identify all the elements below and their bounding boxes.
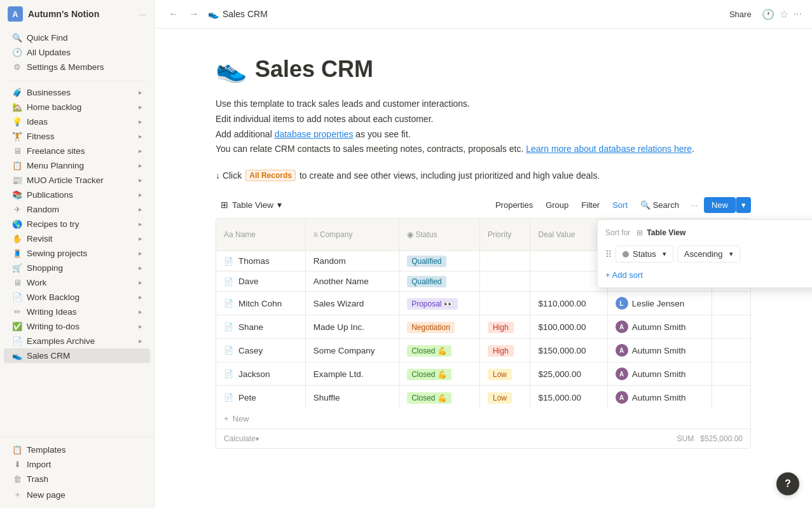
sidebar-item-random[interactable]: ✈ Random ▸ [4, 202, 150, 217]
td-name: 📄 Jackson [216, 362, 305, 386]
database-properties-link[interactable]: database properties [275, 129, 354, 139]
page-emoji-icon: 📄 [11, 292, 23, 302]
workspace-menu-icon[interactable]: ··· [139, 10, 146, 19]
database-relations-link[interactable]: Learn more about database relations here [526, 144, 692, 154]
sidebar-item-menu-planning[interactable]: 📋 Menu Planning ▸ [4, 158, 150, 173]
td-deal-value [530, 251, 607, 271]
sort-field-select[interactable]: Status ▾ [616, 245, 673, 263]
td-owner: A Autumn Smith [607, 362, 712, 386]
more-icon[interactable]: ··· [794, 8, 802, 20]
sidebar-item-label: Work [27, 278, 135, 287]
page-emoji-icon: 📰 [11, 175, 23, 185]
td-company: Random [305, 251, 399, 271]
star-icon[interactable]: ☆ [780, 8, 788, 20]
table-view-label: Table View [232, 200, 273, 210]
search-icon: 🔍 [640, 200, 650, 210]
all-records-badge[interactable]: All Records [245, 170, 296, 181]
sidebar-item-label: Businesses [27, 88, 135, 97]
db-toolbar-right: Properties Group Filter Sort 🔍 Search ··… [490, 197, 751, 213]
properties-button[interactable]: Properties [490, 197, 538, 213]
sort-popup-header: Sort for ⊞ Table View ? [605, 228, 812, 238]
filter-button[interactable]: Filter [576, 197, 605, 213]
sort-button[interactable]: Sort [607, 197, 633, 213]
sidebar-item-import[interactable]: ⬇ Import [4, 457, 150, 472]
sidebar-item-quick-find[interactable]: 🔍 Quick Find [4, 31, 150, 45]
sidebar-item-work[interactable]: 🖥 Work ▸ [4, 275, 150, 290]
chevron-right-icon: ▸ [139, 205, 142, 214]
col-priority: Priority [479, 219, 530, 251]
sidebar-item-publications[interactable]: 📚 Publications ▸ [4, 188, 150, 202]
sidebar-item-new-page[interactable]: ＋ New page [4, 486, 150, 503]
td-deal-value: $110,000.00 [530, 292, 607, 315]
table-row[interactable]: 📄 Pete Shuffle Closed 💪 Low $15,000.00 A… [216, 386, 750, 409]
workspace-header[interactable]: A Autumn's Notion ··· [0, 0, 154, 28]
sidebar-item-settings[interactable]: ⚙ Settings & Members [4, 60, 150, 74]
help-button[interactable]: ? [776, 472, 799, 495]
page-emoji-icon: 🧵 [11, 249, 23, 258]
table-view-button[interactable]: ⊞ Table View ▾ [216, 196, 287, 213]
row-name: Casey [238, 346, 263, 355]
chevron-down-icon: ▾ [663, 250, 666, 258]
add-sort-button[interactable]: + Add sort [605, 270, 643, 280]
row-name: Mitch Cohn [238, 299, 282, 308]
back-button[interactable]: ← [165, 6, 182, 22]
group-button[interactable]: Group [540, 197, 574, 213]
sidebar-item-home-backlog[interactable]: 🏡 Home backlog ▸ [4, 100, 150, 114]
td-extra [712, 386, 750, 409]
sidebar-item-all-updates[interactable]: 🕐 All Updates [4, 45, 150, 60]
td-deal-value [530, 271, 607, 292]
new-page-label: New page [27, 490, 142, 500]
sidebar-item-muo-article-tracker[interactable]: 📰 MUO Article Tracker ▸ [4, 173, 150, 188]
new-record-dropdown[interactable]: ▾ [736, 197, 751, 213]
sidebar-top-nav: 🔍 Quick Find 🕐 All Updates ⚙ Settings & … [0, 28, 154, 77]
sidebar-item-sales-crm[interactable]: 👟 Sales CRM [4, 348, 150, 363]
sidebar-item-shopping[interactable]: 🛒 Shopping ▸ [4, 261, 150, 275]
sidebar-item-businesses[interactable]: 🧳 Businesses ▸ [4, 85, 150, 100]
sidebar-item-sewing-projects[interactable]: 🧵 Sewing projects ▸ [4, 246, 150, 261]
td-company: Example Ltd. [305, 362, 399, 386]
sidebar-item-fitness[interactable]: 🏋 Fitness ▸ [4, 129, 150, 144]
sidebar-item-writing-to-dos[interactable]: ✅ Writing to-dos ▸ [4, 319, 150, 334]
more-options-button[interactable]: ··· [687, 197, 701, 213]
td-name: 📄 Pete [216, 386, 305, 409]
chevron-right-icon: ▸ [139, 147, 142, 155]
share-button[interactable]: Share [724, 7, 757, 22]
owner-cell: A Autumn Smith [616, 367, 704, 380]
sort-direction-select[interactable]: Ascending ▾ [677, 245, 740, 263]
all-updates-label: All Updates [27, 48, 142, 57]
table-row[interactable]: 📄 Casey Some Company Closed 💪 High $150,… [216, 339, 750, 362]
sum-value: $525,000.00 [700, 434, 743, 443]
sidebar-item-trash[interactable]: 🗑 Trash [4, 472, 150, 486]
row-name: Pete [238, 393, 256, 402]
sidebar-item-ideas[interactable]: 💡 Ideas ▸ [4, 114, 150, 129]
search-button[interactable]: 🔍 Search [635, 197, 684, 213]
table-row[interactable]: 📄 Mitch Cohn Sales Wizard Proposal 👀 $11… [216, 292, 750, 315]
td-name: 📄 Shane [216, 315, 305, 339]
sidebar-item-recipes-to-try[interactable]: 🌎 Recipes to try ▸ [4, 217, 150, 231]
sidebar-item-work-backlog[interactable]: 📄 Work Backlog ▸ [4, 290, 150, 305]
table-view-icon: ⊞ [221, 200, 228, 210]
sidebar-item-examples-archive[interactable]: 📄 Examples Archive ▸ [4, 334, 150, 348]
new-row-button[interactable]: + New [216, 409, 750, 429]
sidebar-item-revisit[interactable]: ✋ Revisit ▸ [4, 231, 150, 246]
table-row[interactable]: 📄 Shane Made Up Inc. Negotiation High $1… [216, 315, 750, 339]
td-name: 📄 Mitch Cohn [216, 292, 305, 315]
chevron-right-icon: ▸ [139, 103, 142, 111]
history-icon[interactable]: 🕐 [762, 8, 774, 20]
page-emoji-icon: ✏ [11, 307, 23, 317]
forward-button[interactable]: → [185, 6, 203, 22]
page-title: Sales CRM [255, 56, 373, 83]
new-record-button[interactable]: New [704, 197, 736, 213]
new-button-group: New ▾ [704, 197, 751, 213]
sidebar-item-writing-ideas[interactable]: ✏ Writing Ideas ▸ [4, 305, 150, 319]
calculate-label[interactable]: Calculate [224, 434, 256, 443]
sidebar-item-freelance-sites[interactable]: 🖥 Freelance sites ▸ [4, 144, 150, 158]
topbar-page-title: Sales CRM [223, 9, 268, 19]
sum-label: SUM [677, 434, 694, 443]
chevron-right-icon: ▸ [139, 176, 142, 184]
table-row[interactable]: 📄 Jackson Example Ltd. Closed 💪 Low $25,… [216, 362, 750, 386]
topbar-title-area: 👟 Sales CRM [208, 9, 719, 19]
td-name: 📄 Thomas [216, 251, 305, 271]
sidebar-item-templates[interactable]: 📋 Templates [4, 443, 150, 457]
search-label: Search [653, 200, 679, 210]
